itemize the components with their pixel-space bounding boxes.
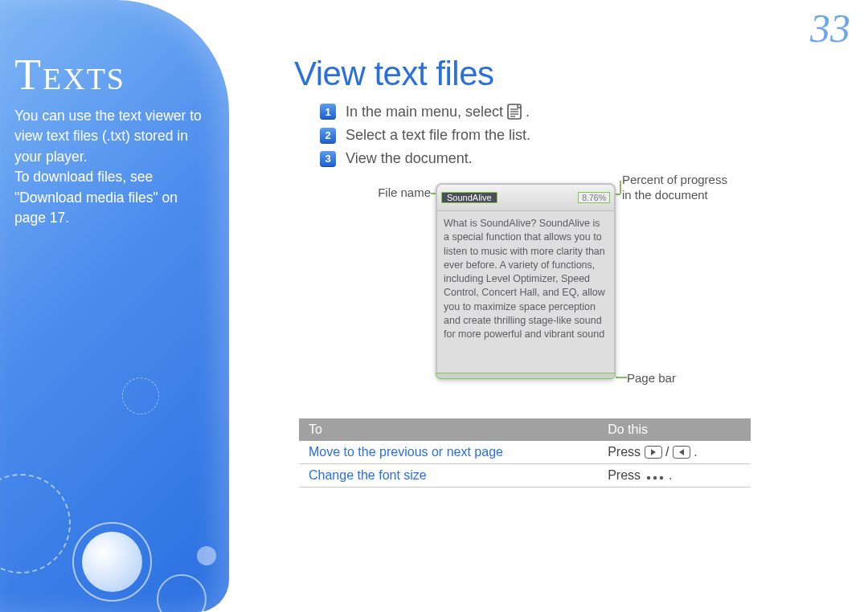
table-row: Move to the previous or next page Press … [299,441,751,464]
decorative-circle [157,574,207,612]
sidebar-title: Texts [14,50,229,100]
decorative-circle [0,474,71,573]
svg-marker-8 [679,449,684,455]
device-page-bar [436,373,616,379]
period: . [694,445,697,459]
table-cell-to: Change the font size [299,464,598,488]
table-cell-do: Press / . [598,441,751,464]
sidebar: Texts You can use the text viewer to vie… [0,0,229,612]
table-cell-to: Move to the previous or next page [299,441,598,464]
sidebar-paragraph: To download files, see "Download media f… [14,167,205,228]
step-text: Select a text file from the list. [346,127,530,144]
table-row: Change the font size Press . [299,464,751,488]
svg-point-11 [659,476,662,479]
sidebar-paragraph: You can use the text viewer to view text… [14,106,205,167]
steps-list: 1 In the main menu, select . 2 Select a … [320,103,836,167]
svg-marker-6 [651,449,656,455]
instruction-table: To Do this Move to the previous or next … [299,418,751,488]
main-content: 33 View text files 1 In the main menu, s… [249,0,868,612]
table-header: To [299,418,598,441]
device-screen: SoundAlive 8.76% What is SoundAlive? Sou… [436,183,616,379]
callout-line [616,377,627,378]
callout-pagebar: Page bar [627,371,676,386]
period: . [669,468,672,482]
device-progress-percent: 8.76% [578,192,610,203]
step-number-badge: 1 [320,104,336,120]
next-button-icon [645,446,662,459]
decorative-circle [197,546,216,565]
svg-point-10 [653,476,656,479]
main-title: View text files [294,55,836,93]
step-number-badge: 2 [320,128,336,144]
step-text: In the main menu, select [346,104,503,120]
table-cell-do-text: Press [608,445,641,459]
device-body-text: What is SoundAlive? SoundAlive is a spec… [437,211,614,347]
step-number-badge: 3 [320,151,336,167]
callout-line [620,181,621,194]
table-cell-do: Press . [598,464,751,488]
manual-page: Texts You can use the text viewer to vie… [0,0,868,612]
callout-progress: Percent of progress in the document [622,173,735,203]
table-header: Do this [598,418,751,441]
menu-dots-icon [645,474,665,482]
prev-button-icon [673,446,690,459]
table-cell-do-text: Press [608,468,641,482]
table-header-row: To Do this [299,418,751,441]
slash-separator: / [665,445,673,459]
step-text: View the document. [346,150,473,167]
decorative-circle [122,377,159,414]
text-file-icon [506,103,523,120]
callout-filename: File name [350,186,431,201]
device-file-title: SoundAlive [441,192,497,203]
page-number: 33 [810,5,850,51]
device-illustration: File name Percent of progress in the doc… [350,183,688,404]
svg-point-9 [646,476,649,479]
step-text-suffix: . [526,104,530,120]
step: 3 View the document. [320,150,836,167]
decorative-circle [72,522,152,602]
device-header: SoundAlive 8.76% [437,185,614,211]
step: 1 In the main menu, select . [320,103,836,120]
step: 2 Select a text file from the list. [320,127,836,144]
